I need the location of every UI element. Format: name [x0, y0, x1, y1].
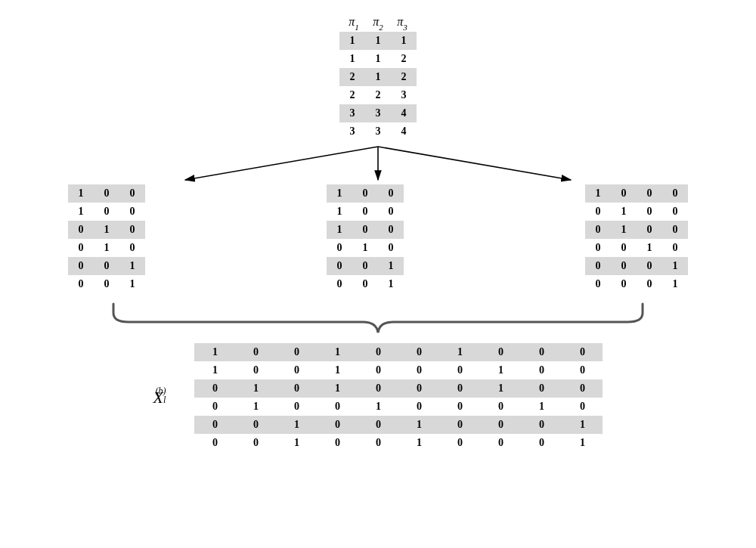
concatenated-matrix: 1001001000100100010001010001000100100010… [194, 343, 603, 452]
matrix-cell: 0 [637, 257, 662, 275]
matrix-cell: 0 [398, 361, 439, 379]
matrix-cell: 3 [339, 122, 365, 141]
matrix-cell: 1 [352, 239, 378, 257]
indicator-matrix-2: 100100100010001001 [327, 184, 404, 293]
svg-line-0 [185, 147, 378, 180]
matrix-cell: 0 [235, 416, 276, 434]
matrix-cell: 0 [521, 343, 562, 361]
matrix-cell: 0 [235, 434, 276, 452]
matrix-cell: 1 [94, 239, 119, 257]
matrix-cell: 0 [585, 257, 611, 275]
matrix-cell: 1 [398, 416, 439, 434]
matrix-cell: 1 [365, 50, 391, 68]
matrix-cell: 0 [637, 203, 662, 221]
matrix-cell: 0 [521, 434, 562, 452]
matrix-cell: 3 [339, 104, 365, 122]
matrix-cell: 0 [358, 416, 398, 434]
matrix-cell: 0 [398, 379, 439, 398]
pi-2-label: π2 [373, 15, 383, 28]
matrix-cell: 1 [235, 398, 276, 416]
matrix-cell: 1 [317, 343, 358, 361]
matrix-cell: 1 [358, 398, 398, 416]
matrix-cell: 1 [398, 434, 439, 452]
matrix-cell: 0 [358, 361, 398, 379]
matrix-cell: 2 [339, 86, 365, 104]
matrix-cell: 0 [521, 361, 562, 379]
matrix-cell: 0 [276, 343, 317, 361]
matrix-cell: 0 [327, 239, 352, 257]
matrix-cell: 0 [611, 239, 637, 257]
matrix-cell: 0 [352, 184, 378, 203]
matrix-cell: 4 [391, 104, 417, 122]
matrix-cell: 0 [439, 379, 480, 398]
matrix-cell: 1 [119, 275, 145, 293]
matrix-cell: 1 [378, 275, 404, 293]
matrix-cell: 0 [358, 434, 398, 452]
matrix-cell: 0 [327, 275, 352, 293]
matrix-cell: 1 [611, 203, 637, 221]
matrix-cell: 0 [317, 434, 358, 452]
matrix-cell: 0 [662, 184, 688, 203]
matrix-cell: 1 [235, 379, 276, 398]
indicator-matrix-1: 100100010010001001 [68, 184, 145, 293]
matrix-cell: 0 [68, 275, 94, 293]
matrix-cell: 0 [521, 379, 562, 398]
matrix-cell: 0 [119, 221, 145, 239]
matrix-cell: 1 [637, 239, 662, 257]
matrix-cell: 1 [119, 257, 145, 275]
matrix-cell: 0 [637, 221, 662, 239]
matrix-cell: 0 [352, 257, 378, 275]
matrix-cell: 0 [94, 275, 119, 293]
matrix-cell: 0 [68, 257, 94, 275]
matrix-cell: 3 [365, 104, 391, 122]
matrix-cell: 0 [439, 434, 480, 452]
matrix-cell: 1 [339, 32, 365, 50]
matrix-cell: 0 [194, 434, 235, 452]
matrix-cell: 0 [352, 275, 378, 293]
matrix-cell: 1 [365, 32, 391, 50]
pi-1-label: π1 [349, 15, 359, 28]
matrix-cell: 0 [662, 239, 688, 257]
matrix-cell: 4 [391, 122, 417, 141]
matrix-cell: 1 [365, 68, 391, 86]
matrix-cell: 0 [378, 203, 404, 221]
matrix-cell: 0 [358, 379, 398, 398]
matrix-cell: 1 [480, 361, 521, 379]
matrix-cell: 0 [194, 398, 235, 416]
indicator-matrix-3: 100001000100001000010001 [585, 184, 688, 293]
matrix-cell: 0 [480, 343, 521, 361]
matrix-cell: 1 [480, 379, 521, 398]
matrix-cell: 0 [119, 203, 145, 221]
matrix-cell: 1 [276, 416, 317, 434]
matrix-cell: 0 [585, 203, 611, 221]
matrix-cell: 1 [662, 275, 688, 293]
matrix-cell: 3 [391, 86, 417, 104]
matrix-cell: 1 [327, 221, 352, 239]
matrix-cell: 0 [439, 416, 480, 434]
pi-3-label: π3 [397, 15, 407, 28]
matrix-cell: 0 [585, 275, 611, 293]
matrix-cell: 0 [662, 221, 688, 239]
matrix-cell: 1 [339, 50, 365, 68]
matrix-cell: 1 [194, 361, 235, 379]
matrix-cell: 1 [276, 434, 317, 452]
matrix-cell: 3 [365, 122, 391, 141]
matrix-cell: 0 [562, 398, 603, 416]
matrix-cell: 0 [235, 343, 276, 361]
matrix-cell: 0 [94, 184, 119, 203]
matrix-cell: 1 [68, 184, 94, 203]
matrix-cell: 2 [391, 50, 417, 68]
matrix-cell: 1 [94, 221, 119, 239]
matrix-cell: 0 [378, 239, 404, 257]
matrix-cell: 0 [562, 343, 603, 361]
matrix-cell: 0 [378, 221, 404, 239]
matrix-cell: 0 [611, 257, 637, 275]
pi-header: π1 π2 π3 [342, 15, 414, 30]
matrix-cell: 0 [398, 343, 439, 361]
matrix-cell: 0 [480, 416, 521, 434]
matrix-cell: 0 [276, 379, 317, 398]
matrix-cell: 1 [327, 184, 352, 203]
matrix-cell: 0 [562, 379, 603, 398]
matrix-cell: 0 [352, 203, 378, 221]
matrix-cell: 0 [327, 257, 352, 275]
